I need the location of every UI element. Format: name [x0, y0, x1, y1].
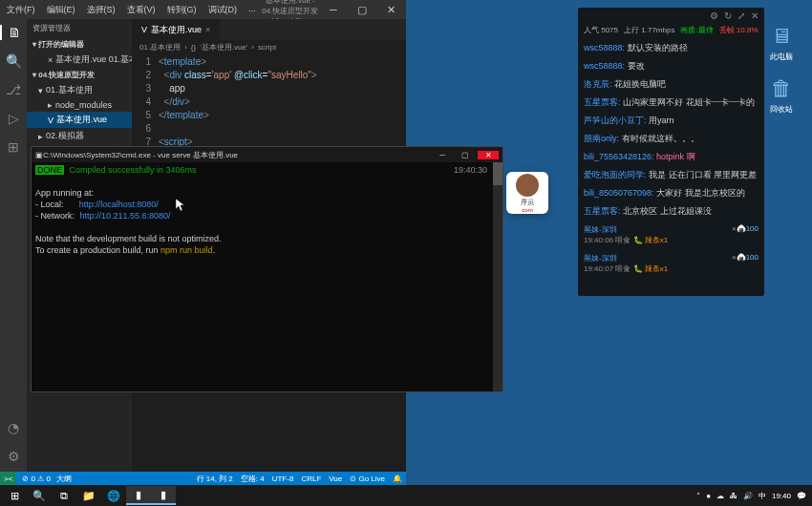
menu-edit[interactable]: 编辑(E)	[42, 2, 80, 18]
tray-volume-icon[interactable]: 🔊	[743, 492, 753, 500]
compile-time: 19:40:30	[454, 164, 487, 176]
status-errors[interactable]: ⊘ 0 ⚠ 0	[22, 474, 51, 483]
avatar-icon	[516, 174, 539, 197]
open-editors-header[interactable]: ▾ 打开的编辑器	[27, 37, 132, 52]
terminal-title: C:\Windows\System32\cmd.exe - vue serve …	[43, 150, 432, 160]
vscode-task-icon[interactable]: ▮	[126, 486, 151, 505]
settings-icon[interactable]: ⚙	[8, 449, 20, 464]
start-button[interactable]: ⊞	[2, 486, 27, 505]
chat-message: 五星票客: 北京校区 上过花姐课没	[584, 202, 759, 221]
refresh-icon[interactable]: ↻	[724, 11, 732, 21]
chat-close-icon[interactable]: ✕	[751, 11, 759, 21]
status-bar: >< ⊘ 0 ⚠ 0 大纲 行 14, 列 2 空格: 4 UTF-8 CRLF…	[0, 472, 406, 485]
file-vue-active[interactable]: V 基本使用.vue	[27, 112, 132, 128]
remote-indicator[interactable]: ><	[0, 472, 16, 485]
terminal-title-bar[interactable]: ▣ C:\Windows\System32\cmd.exe - vue serv…	[32, 147, 502, 162]
watermark-badge: 序员 com	[506, 172, 548, 214]
taskbar: ⊞ 🔍 ⧉ 📁 🌐 ▮ ▮ ˄ ● ☁ 🖧 🔊 中 19:40 💬	[0, 485, 812, 506]
status-encoding[interactable]: UTF-8	[272, 474, 294, 483]
menu-bar: 文件(F) 编辑(E) 选择(S) 查看(V) 转到(G) 调试(D) ...	[2, 2, 261, 18]
tray-clock[interactable]: 19:40	[772, 492, 791, 500]
gift-notification: 黑妹-深圳×🍙100 19:40:06 喂食 🐛 辣条x1	[584, 221, 759, 249]
status-spaces[interactable]: 空格: 4	[241, 474, 265, 484]
gear-icon[interactable]: ⚙	[710, 11, 718, 21]
network-url-link[interactable]: http://10.211.55.6:8080/	[79, 211, 170, 221]
account-icon[interactable]: ◔	[8, 420, 19, 435]
menu-debug[interactable]: 调试(D)	[203, 2, 243, 18]
folder-01[interactable]: ▾ 01.基本使用	[27, 82, 132, 98]
system-tray: ˄ ● ☁ 🖧 🔊 中 19:40 💬	[696, 491, 810, 501]
menu-more[interactable]: ...	[244, 2, 261, 18]
sidebar-title: 资源管理器	[27, 19, 132, 37]
editor-tabs: V 基本使用.vue ×	[132, 19, 406, 40]
chat-messages[interactable]: wsc58888: 默认安装的路径 wsc58888: 要改 洛克辰: 花姐换电…	[578, 37, 764, 280]
this-pc-icon[interactable]: 🖥 此电脑	[759, 23, 804, 62]
cmd-task-icon[interactable]: ▮	[151, 486, 176, 505]
status-golive[interactable]: ⊙ Go Live	[350, 474, 385, 483]
explorer-icon[interactable]: 🗎	[0, 25, 27, 40]
trash-icon: 🗑	[768, 75, 795, 102]
extensions-icon[interactable]: ⊞	[8, 139, 19, 155]
chat-message: 五星票客: 山沟家里网不好 花姐卡一卡一卡的	[584, 94, 759, 112]
terminal-scrollbar[interactable]	[493, 162, 502, 391]
folder-node-modules[interactable]: ▸ node_modules	[27, 98, 132, 112]
computer-icon: 🖥	[768, 23, 795, 50]
chat-header: ⚙ ↻ ⤢ ✕	[578, 8, 764, 23]
chat-message: 洛克辰: 花姐换电脑吧	[584, 75, 759, 94]
terminal-output[interactable]: DONE Compiled successfully in 3406ms 19:…	[32, 162, 502, 391]
tray-app-icon[interactable]: ●	[706, 492, 711, 500]
source-control-icon[interactable]: ⎇	[6, 82, 21, 97]
popout-icon[interactable]: ⤢	[737, 11, 745, 21]
recycle-bin-icon[interactable]: 🗑 回收站	[759, 75, 804, 115]
window-controls: ─ ▢ ✕	[320, 4, 404, 16]
explorer-task-icon[interactable]: 📁	[76, 486, 101, 505]
stream-stats: 人气 5075 上行 1.77mbps 画质:最佳 丢帧 10.8%	[578, 23, 764, 37]
search-icon[interactable]: 🔍	[6, 53, 22, 69]
breadcrumb[interactable]: 01.基本使用 › {} '基本使用.vue' › script	[132, 40, 406, 53]
status-bell-icon[interactable]: 🔔	[393, 474, 402, 483]
notification-icon[interactable]: 💬	[797, 492, 806, 500]
menu-view[interactable]: 查看(V)	[122, 2, 160, 18]
terminal-close[interactable]: ✕	[478, 151, 499, 159]
minimize-button[interactable]: ─	[320, 4, 347, 16]
menu-file[interactable]: 文件(F)	[2, 2, 40, 18]
open-editor-item[interactable]: × 基本使用.vue 01.基本使用	[27, 52, 132, 68]
vscode-title-bar: 文件(F) 编辑(E) 选择(S) 查看(V) 转到(G) 调试(D) ... …	[0, 0, 406, 19]
tray-cloud-icon[interactable]: ☁	[716, 492, 724, 500]
done-badge: DONE	[35, 165, 64, 175]
close-button[interactable]: ✕	[377, 4, 404, 16]
desktop-icons: 🖥 此电脑 🗑 回收站	[759, 23, 804, 115]
workspace-header[interactable]: ▾ 04.快速原型开发	[27, 68, 132, 82]
task-view-icon[interactable]: ⧉	[52, 486, 76, 505]
chat-message: 朋南only: 有时候就这样。。。	[584, 130, 759, 148]
chat-message: wsc58888: 要改	[584, 57, 759, 75]
edge-task-icon[interactable]: 🌐	[101, 486, 126, 505]
status-lang[interactable]: Vue	[329, 474, 342, 483]
cmd-icon: ▣	[35, 151, 43, 159]
menu-go[interactable]: 转到(G)	[162, 2, 202, 18]
task-search-icon[interactable]: 🔍	[27, 486, 52, 505]
status-eol[interactable]: CRLF	[301, 474, 321, 483]
tray-up-icon[interactable]: ˄	[696, 492, 700, 500]
terminal-maximize[interactable]: ▢	[455, 151, 476, 159]
maximize-button[interactable]: ▢	[349, 4, 375, 16]
tray-network-icon[interactable]: 🖧	[730, 492, 737, 500]
menu-select[interactable]: 选择(S)	[82, 2, 120, 18]
tab-close-icon[interactable]: ×	[205, 25, 210, 34]
stream-chat-panel: ⚙ ↻ ⤢ ✕ 人气 5075 上行 1.77mbps 画质:最佳 丢帧 10.…	[578, 8, 764, 296]
local-url-link[interactable]: http://localhost:8080/	[79, 200, 159, 209]
tray-ime-icon[interactable]: 中	[759, 491, 766, 501]
activity-bar: 🗎 🔍 ⎇ ▷ ⊞ ◔ ⚙	[0, 19, 27, 472]
gift-notification: 黑妹-深圳×🍙100 19:40:07 喂食 🐛 辣条x1	[584, 249, 759, 278]
scrollbar-thumb[interactable]	[493, 162, 502, 185]
folder-02[interactable]: ▸ 02.模拟器	[27, 128, 132, 144]
chat-message: 芦笋山的小豆丁: 用yarn	[584, 112, 759, 130]
chat-message: bili_75563428126: hotpink 啊	[584, 148, 759, 166]
chat-message: wsc58888: 默认安装的路径	[584, 39, 759, 57]
status-line[interactable]: 行 14, 列 2	[197, 474, 233, 484]
tab-active[interactable]: V 基本使用.vue ×	[132, 19, 221, 40]
chat-message: bili_85050767098: 大家好 我是北京校区的	[584, 184, 759, 202]
terminal-minimize[interactable]: ─	[432, 151, 453, 159]
status-outline[interactable]: 大纲	[56, 474, 72, 484]
debug-icon[interactable]: ▷	[9, 111, 19, 126]
